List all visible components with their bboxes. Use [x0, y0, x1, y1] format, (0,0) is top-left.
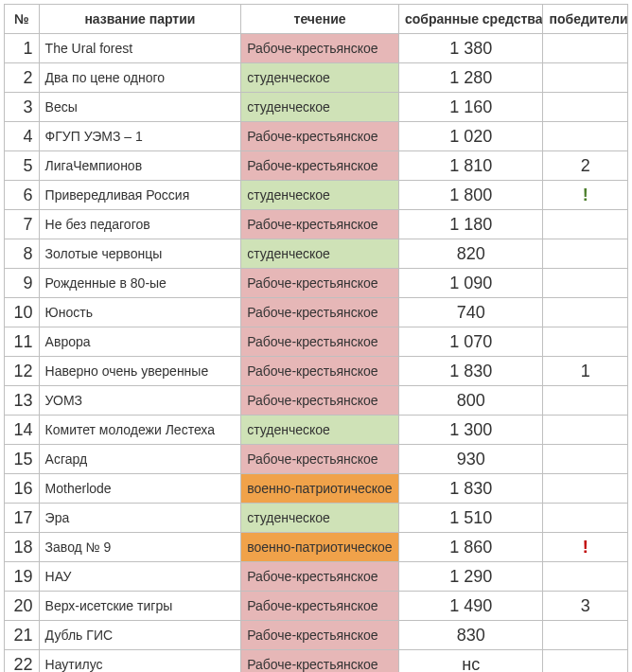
cell-winners — [543, 122, 628, 151]
table-row: 6Привередливая Россиястуденческое1 800! — [5, 181, 628, 210]
funds-value: 1 300 — [399, 416, 543, 444]
party-name: Рожденные в 80-ые — [40, 269, 241, 297]
row-number: 21 — [5, 621, 39, 649]
cell-funds: 1 860 — [398, 533, 543, 562]
table-row: 19НАУРабоче-крестьянское1 290 — [5, 562, 628, 592]
cell-num: 2 — [5, 63, 40, 93]
row-number: 11 — [5, 327, 39, 356]
table-row: 4ФГУП УЭМЗ – 1Рабоче-крестьянское1 020 — [5, 122, 628, 151]
funds-value: 1 860 — [399, 533, 543, 561]
cell-party: Два по цене одного — [39, 63, 241, 93]
cell-party: Комитет молодежи Лестеха — [39, 416, 241, 445]
cell-winners — [543, 298, 628, 327]
row-number: 22 — [5, 650, 39, 672]
row-number: 13 — [5, 386, 39, 415]
header-party: название партии — [39, 5, 241, 34]
table-row: 21Дубль ГИСРабоче-крестьянское830 — [5, 621, 628, 650]
cell-funds: 1 180 — [398, 210, 543, 239]
cell-winners: ! — [543, 181, 628, 210]
cell-winners — [543, 327, 628, 357]
cell-num: 21 — [5, 621, 40, 650]
cell-party: Наутилус — [39, 650, 241, 673]
funds-value: 1 020 — [399, 122, 543, 150]
cell-trend: Рабоче-крестьянское — [241, 298, 399, 327]
header-trend: течение — [241, 5, 399, 34]
table-row: 1The Ural forestРабоче-крестьянское1 380 — [5, 34, 628, 63]
funds-value: 1 290 — [399, 562, 543, 591]
row-number: 7 — [5, 210, 39, 239]
party-name: Дубль ГИС — [40, 621, 241, 649]
cell-num: 10 — [5, 298, 40, 327]
trend-label: Рабоче-крестьянское — [241, 269, 398, 297]
party-name: Асгард — [40, 445, 241, 473]
cell-funds: 830 — [398, 621, 543, 650]
cell-winners — [543, 93, 628, 122]
cell-trend: Рабоче-крестьянское — [241, 621, 399, 650]
trend-label: Рабоче-крестьянское — [241, 122, 398, 150]
cell-party: Привередливая Россия — [39, 181, 241, 210]
trend-label: студенческое — [241, 504, 398, 532]
party-name: Золотые червонцы — [40, 239, 241, 268]
cell-winners — [543, 269, 628, 298]
funds-value: 930 — [399, 445, 543, 473]
cell-trend: студенческое — [241, 504, 399, 533]
trend-label: Рабоче-крестьянское — [241, 386, 398, 415]
funds-value: 1 830 — [399, 474, 543, 503]
trend-label: Рабоче-крестьянское — [241, 592, 398, 620]
row-number: 19 — [5, 562, 39, 591]
trend-label: Рабоче-крестьянское — [241, 210, 398, 239]
row-number: 18 — [5, 533, 39, 561]
row-number: 8 — [5, 239, 39, 268]
party-name: The Ural forest — [40, 34, 241, 62]
cell-funds: 740 — [398, 298, 543, 327]
trend-label: Рабоче-крестьянское — [241, 621, 398, 649]
cell-winners: 3 — [543, 592, 628, 621]
cell-num: 16 — [5, 474, 40, 504]
cell-winners — [543, 386, 628, 416]
party-name: ФГУП УЭМЗ – 1 — [40, 122, 241, 150]
cell-trend: военно-патриотическое — [241, 474, 399, 504]
header-num: № — [5, 5, 40, 34]
trend-label: Рабоче-крестьянское — [241, 650, 398, 672]
parties-table: № название партии течение собранные сред… — [4, 4, 628, 672]
cell-funds: 1 070 — [398, 327, 543, 357]
cell-funds: 1 020 — [398, 122, 543, 151]
trend-label: студенческое — [241, 239, 398, 268]
party-name: Юность — [40, 298, 241, 327]
cell-trend: студенческое — [241, 181, 399, 210]
cell-funds: 1 290 — [398, 562, 543, 592]
cell-funds: 1 090 — [398, 269, 543, 298]
cell-num: 15 — [5, 445, 40, 474]
cell-party: Рожденные в 80-ые — [39, 269, 241, 298]
cell-trend: Рабоче-крестьянское — [241, 269, 399, 298]
funds-value: 1 800 — [399, 181, 543, 209]
cell-num: 9 — [5, 269, 40, 298]
cell-num: 19 — [5, 562, 40, 592]
cell-winners — [543, 474, 628, 504]
party-name: Верх-исетские тигры — [40, 592, 241, 620]
trend-label: Рабоче-крестьянское — [241, 327, 398, 356]
trend-label: студенческое — [241, 416, 398, 444]
cell-trend: Рабоче-крестьянское — [241, 122, 399, 151]
cell-party: Золотые червонцы — [39, 239, 241, 269]
cell-funds: 1 510 — [398, 504, 543, 533]
cell-funds: 1 160 — [398, 93, 543, 122]
cell-winners — [543, 210, 628, 239]
cell-num: 20 — [5, 592, 40, 621]
cell-num: 11 — [5, 327, 40, 357]
trend-label: студенческое — [241, 93, 398, 121]
cell-party: УОМЗ — [39, 386, 241, 416]
trend-label: Рабоче-крестьянское — [241, 298, 398, 327]
cell-winners — [543, 63, 628, 93]
funds-value: 1 180 — [399, 210, 543, 239]
table-row: 8Золотые червонцыстуденческое820 — [5, 239, 628, 269]
trend-label: Рабоче-крестьянское — [241, 562, 398, 591]
cell-trend: студенческое — [241, 93, 399, 122]
cell-party: Верх-исетские тигры — [39, 592, 241, 621]
party-name: Завод № 9 — [40, 533, 241, 561]
cell-winners — [543, 416, 628, 445]
trend-label: Рабоче-крестьянское — [241, 357, 398, 385]
cell-trend: студенческое — [241, 416, 399, 445]
row-number: 20 — [5, 592, 39, 620]
cell-funds: 1 380 — [398, 34, 543, 63]
